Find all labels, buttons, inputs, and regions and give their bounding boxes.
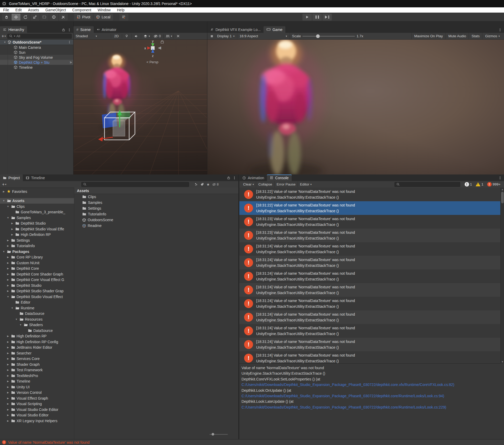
foldout-closed-icon[interactable]: ▶ bbox=[2, 190, 6, 193]
scale-tool-button[interactable] bbox=[30, 14, 39, 20]
scrollbar-down-icon[interactable]: ▼ bbox=[501, 361, 504, 363]
project-tree-row[interactable]: ▼ Runtime bbox=[0, 305, 74, 311]
game-viewport[interactable] bbox=[207, 40, 504, 174]
project-tree-row[interactable]: ▼ Shaders bbox=[0, 322, 74, 328]
foldout-open-icon[interactable]: ▼ bbox=[6, 205, 10, 208]
pivot-toggle-button[interactable]: Pivot bbox=[74, 14, 93, 20]
game-kebab-icon[interactable] bbox=[498, 28, 502, 32]
foldout-open-icon[interactable]: ▼ bbox=[2, 250, 6, 253]
search-by-type-icon[interactable] bbox=[194, 183, 198, 186]
console-scrollbar[interactable]: ▲ ▼ bbox=[500, 188, 504, 364]
search-by-label-icon[interactable] bbox=[200, 183, 204, 186]
scene-lighting-button[interactable] bbox=[123, 34, 130, 38]
foldout-closed-icon[interactable]: ▶ bbox=[6, 278, 10, 281]
project-tree-row[interactable]: ▶ Settings bbox=[0, 237, 74, 243]
foldout-closed-icon[interactable]: ▶ bbox=[10, 233, 14, 236]
pause-button[interactable] bbox=[312, 14, 322, 20]
menu-edit[interactable]: Edit bbox=[12, 7, 25, 13]
foldout-closed-icon[interactable]: ▶ bbox=[6, 397, 10, 400]
foldout-open-icon[interactable]: ▼ bbox=[6, 216, 10, 219]
hierarchy-scene-row[interactable]: ▼ OutdoorsScene* bbox=[0, 40, 73, 45]
tab-game[interactable]: Game bbox=[264, 26, 285, 33]
move-tool-button[interactable] bbox=[12, 14, 20, 20]
scrollbar-up-icon[interactable]: ▲ bbox=[501, 188, 504, 191]
menu-file[interactable]: File bbox=[0, 7, 12, 13]
scene-grid-settings-button[interactable] bbox=[165, 34, 171, 38]
tab-depthkit-vfx[interactable]: Depthkit VFX Example Lo... bbox=[207, 26, 264, 33]
transform-tool-button[interactable] bbox=[49, 14, 58, 20]
console-entry[interactable]: ! [18:31:24] Value of name 'NormalDataTe… bbox=[239, 310, 504, 324]
menu-component[interactable]: Component bbox=[69, 7, 94, 13]
tab-animation[interactable]: Animation bbox=[239, 174, 267, 181]
console-entry[interactable]: ! [18:31:24] Value of name 'NormalDataTe… bbox=[239, 324, 504, 338]
project-tree-row[interactable]: ▶ Depthkit Studio Shader Grap bbox=[0, 288, 74, 294]
project-tree-row[interactable]: ▼ Assets bbox=[0, 198, 74, 204]
save-search-star-icon[interactable]: ★ bbox=[206, 182, 210, 187]
console-entry[interactable]: ! [18:31:24] Value of name 'NormalDataTe… bbox=[239, 269, 504, 283]
hierarchy-item[interactable]: Timeline bbox=[0, 65, 73, 70]
effects-dropdown-icon[interactable]: ▾ bbox=[149, 35, 150, 38]
foldout-open-icon[interactable]: ▼ bbox=[2, 199, 6, 202]
custom-tools-button[interactable] bbox=[59, 14, 68, 20]
project-tree-row[interactable]: ▶ Services Core bbox=[0, 356, 74, 362]
console-entry[interactable]: ! [18:31:24] Value of name 'NormalDataTe… bbox=[239, 297, 504, 310]
project-zoom-slider[interactable] bbox=[209, 432, 228, 436]
scene-tools-button[interactable] bbox=[175, 34, 182, 38]
console-entry[interactable]: ! [18:31:24] Value of name 'NormalDataTe… bbox=[239, 283, 504, 297]
foldout-closed-icon[interactable]: ▶ bbox=[6, 374, 10, 377]
project-tree-row[interactable]: DataSource bbox=[0, 328, 74, 333]
collapse-button[interactable]: Collapse bbox=[256, 181, 275, 188]
asset-item[interactable]: Clips bbox=[74, 194, 238, 200]
kebab-menu-icon[interactable] bbox=[67, 28, 71, 32]
foldout-closed-icon[interactable]: ▶ bbox=[6, 245, 10, 247]
menu-help[interactable]: Help bbox=[114, 7, 128, 13]
console-entry[interactable]: ! [18:31:24] Value of name 'NormalDataTe… bbox=[239, 338, 504, 351]
grid-dropdown-icon[interactable]: ▾ bbox=[171, 35, 172, 38]
project-tree-row[interactable]: ▶ Visual Effect Graph bbox=[0, 395, 74, 401]
stats-button[interactable]: Stats bbox=[469, 33, 482, 39]
project-tree-row[interactable]: DataSource bbox=[0, 311, 74, 317]
project-tree-row[interactable]: ▶ Timeline bbox=[0, 379, 74, 384]
project-tree-row[interactable]: ▼ Packages bbox=[0, 249, 74, 255]
foldout-closed-icon[interactable]: ▶ bbox=[6, 273, 10, 276]
foldout-open-icon[interactable]: ▼ bbox=[6, 295, 10, 298]
project-tree-row[interactable]: ▶ High Definition RP bbox=[0, 232, 74, 238]
foldout-closed-icon[interactable]: ▶ bbox=[6, 267, 10, 270]
project-search-input[interactable] bbox=[81, 182, 189, 187]
editor-dropdown[interactable]: Editor▾ bbox=[298, 181, 314, 188]
foldout-closed-icon[interactable]: ▶ bbox=[6, 402, 10, 405]
foldout-closed-icon[interactable]: ▶ bbox=[6, 284, 10, 287]
grid-snapping-button[interactable] bbox=[119, 14, 128, 20]
project-tree-row[interactable]: ▶ JetBrains Rider Editor bbox=[0, 345, 74, 351]
create-object-button[interactable]: +▾ bbox=[2, 34, 6, 39]
project-tree-row[interactable]: ▶ TextMeshPro bbox=[0, 373, 74, 379]
project-tree-row[interactable]: ▶ Depthkit Core Visual Effect G bbox=[0, 277, 74, 283]
foldout-open-icon[interactable]: ▼ bbox=[19, 324, 22, 326]
status-bar[interactable]: ! Value of name 'NormalDataTexture' was … bbox=[0, 439, 504, 445]
console-entry[interactable]: ! [18:31:24] Value of name 'NormalDataTe… bbox=[239, 351, 504, 364]
project-tree-row[interactable]: ▶ Custom NUnit bbox=[0, 260, 74, 266]
error-pause-button[interactable]: Error Pause bbox=[275, 181, 298, 188]
project-tree-row[interactable]: ▶ Shader Graph bbox=[0, 362, 74, 367]
foldout-closed-icon[interactable]: ▶ bbox=[6, 363, 10, 366]
project-tree-row[interactable]: Editor bbox=[0, 300, 74, 305]
stack-trace-link[interactable]: C:/Users/nikit/Downloads/Depthkit_Studio… bbox=[242, 393, 504, 399]
stack-trace-link[interactable]: C:/Users/nikit/Downloads/Depthkit_Studio… bbox=[242, 405, 504, 410]
foldout-closed-icon[interactable]: ▶ bbox=[6, 420, 10, 422]
hierarchy-search-input[interactable]: ▾ All bbox=[7, 34, 72, 39]
asset-item[interactable]: OutdoorsScene bbox=[74, 217, 238, 223]
tab-hierarchy[interactable]: Hierarchy bbox=[0, 26, 27, 33]
foldout-closed-icon[interactable]: ▶ bbox=[6, 408, 10, 411]
foldout-closed-icon[interactable]: ▶ bbox=[10, 222, 14, 225]
tab-timeline[interactable]: Timeline bbox=[23, 174, 48, 181]
console-search-input[interactable] bbox=[395, 182, 460, 187]
project-tree-row[interactable]: ▶ Favorites bbox=[0, 189, 74, 194]
tab-project[interactable]: Project bbox=[0, 174, 23, 181]
foldout-closed-icon[interactable]: ▶ bbox=[6, 335, 10, 337]
project-tree-row[interactable]: ▶ High Definition RP Config bbox=[0, 339, 74, 345]
foldout-closed-icon[interactable]: ▶ bbox=[6, 239, 10, 242]
local-toggle-button[interactable]: Local bbox=[93, 14, 113, 20]
asset-item[interactable]: TutorialInfo bbox=[74, 211, 238, 217]
menu-assets[interactable]: Assets bbox=[25, 7, 42, 13]
info-count-badge[interactable]: ! 1 bbox=[463, 182, 474, 187]
